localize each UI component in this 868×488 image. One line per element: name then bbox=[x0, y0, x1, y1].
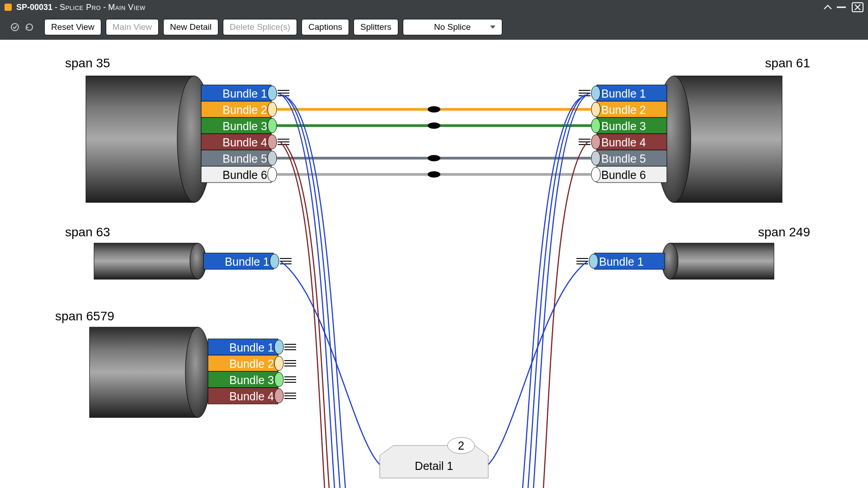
bundle-row[interactable]: Bundle 3 bbox=[591, 117, 667, 134]
svg-text:Bundle 6: Bundle 6 bbox=[222, 169, 267, 181]
svg-point-54 bbox=[591, 167, 600, 182]
svg-point-42 bbox=[591, 118, 600, 133]
approve-icon[interactable] bbox=[10, 22, 20, 32]
bundle-row[interactable]: Bundle 6 bbox=[201, 166, 277, 183]
svg-point-3 bbox=[11, 23, 19, 31]
cable-span-6579[interactable]: Bundle 1 Bundle 2 Bundle 3 Bundle 4 bbox=[90, 327, 296, 418]
svg-text:Bundle 1: Bundle 1 bbox=[601, 87, 646, 100]
bundle-row[interactable]: Bundle 1 bbox=[201, 85, 289, 101]
diagram-canvas[interactable]: span 35 span 61 span 63 span 249 span 65… bbox=[0, 40, 868, 488]
svg-text:Bundle 1: Bundle 1 bbox=[229, 341, 274, 354]
refresh-icon[interactable] bbox=[24, 22, 34, 32]
svg-point-89 bbox=[274, 356, 283, 371]
svg-point-45 bbox=[591, 135, 600, 149]
splice-lines bbox=[277, 106, 591, 178]
bundle-row[interactable]: Bundle 2 bbox=[201, 101, 277, 117]
delete-splice-button: Delete Splice(s) bbox=[223, 19, 297, 35]
view-name: Main View bbox=[108, 3, 146, 12]
svg-point-81 bbox=[185, 327, 211, 418]
svg-text:Bundle 2: Bundle 2 bbox=[601, 103, 646, 116]
titlebar: SP-00031 - Splice Pro - Main View bbox=[0, 0, 868, 14]
bundle-row[interactable]: Bundle 4 bbox=[579, 134, 667, 150]
svg-text:Bundle 3: Bundle 3 bbox=[222, 120, 267, 132]
svg-point-7 bbox=[268, 86, 277, 100]
cable-span-249[interactable]: Bundle 1 bbox=[576, 243, 774, 279]
fiber-curves bbox=[278, 93, 590, 488]
bundle-row[interactable]: Bundle 1 bbox=[579, 85, 667, 101]
svg-point-75 bbox=[589, 254, 598, 268]
svg-point-61 bbox=[428, 155, 440, 161]
svg-rect-64 bbox=[94, 243, 198, 279]
svg-point-57 bbox=[428, 106, 440, 113]
svg-text:Bundle 1: Bundle 1 bbox=[225, 255, 269, 268]
bundle-row[interactable]: Bundle 5 bbox=[591, 150, 667, 166]
svg-text:Bundle 2: Bundle 2 bbox=[229, 357, 274, 370]
svg-rect-72 bbox=[670, 243, 774, 279]
app-name: Splice Pro bbox=[60, 3, 101, 12]
svg-point-83 bbox=[274, 340, 283, 354]
splice-mode-value: No Splice bbox=[434, 22, 471, 32]
svg-point-25 bbox=[268, 151, 277, 165]
bundle-row[interactable]: Bundle 4 bbox=[201, 134, 289, 150]
bundle-row[interactable]: Bundle 6 bbox=[591, 166, 667, 183]
svg-text:Bundle 5: Bundle 5 bbox=[222, 152, 267, 165]
new-detail-button[interactable]: New Detail bbox=[163, 19, 218, 35]
svg-point-59 bbox=[428, 122, 440, 129]
main-view-button: Main View bbox=[106, 19, 159, 35]
splice-mode-dropdown[interactable]: No Splice bbox=[403, 19, 502, 35]
svg-point-19 bbox=[268, 135, 277, 149]
document-id: SP-00031 bbox=[16, 3, 52, 12]
detail-count: 2 bbox=[458, 439, 464, 452]
svg-point-95 bbox=[274, 372, 283, 387]
svg-point-16 bbox=[268, 118, 277, 133]
bundle-row[interactable]: Bundle 3 bbox=[201, 117, 277, 134]
detail-name: Detail 1 bbox=[415, 460, 453, 472]
svg-point-39 bbox=[591, 102, 600, 117]
svg-point-13 bbox=[268, 102, 277, 117]
svg-text:Bundle 5: Bundle 5 bbox=[601, 152, 646, 165]
toolbar: Reset View Main View New Detail Delete S… bbox=[0, 14, 868, 40]
svg-text:Bundle 2: Bundle 2 bbox=[222, 103, 267, 116]
cable-span-63[interactable]: Bundle 1 bbox=[94, 243, 292, 279]
splitters-button[interactable]: Splitters bbox=[354, 19, 398, 35]
svg-text:Bundle 1: Bundle 1 bbox=[222, 87, 267, 100]
svg-text:Bundle 1: Bundle 1 bbox=[599, 255, 644, 268]
svg-text:Bundle 3: Bundle 3 bbox=[229, 374, 274, 386]
reset-view-button[interactable]: Reset View bbox=[44, 19, 101, 35]
svg-point-63 bbox=[428, 171, 440, 178]
bundle-row[interactable]: Bundle 2 bbox=[591, 101, 667, 117]
svg-text:Bundle 4: Bundle 4 bbox=[601, 136, 646, 149]
svg-point-67 bbox=[270, 254, 279, 268]
svg-text:Bundle 3: Bundle 3 bbox=[601, 120, 646, 132]
svg-point-101 bbox=[274, 389, 283, 403]
captions-button[interactable]: Captions bbox=[302, 19, 349, 35]
minimize-icon[interactable] bbox=[835, 2, 848, 13]
collapse-icon[interactable] bbox=[821, 2, 835, 13]
svg-rect-80 bbox=[90, 327, 198, 418]
close-icon[interactable] bbox=[852, 2, 863, 12]
svg-point-51 bbox=[591, 151, 600, 165]
svg-text:Bundle 4: Bundle 4 bbox=[222, 136, 267, 149]
svg-text:Bundle 4: Bundle 4 bbox=[229, 390, 274, 403]
cable-span-61[interactable]: Bundle 1 Bundle 2 Bundle 3 Bundle 4 Bund… bbox=[579, 76, 782, 202]
svg-text:Bundle 6: Bundle 6 bbox=[601, 169, 646, 181]
bundle-row[interactable]: Bundle 5 bbox=[201, 150, 277, 166]
svg-point-33 bbox=[591, 86, 600, 100]
detail-box[interactable]: 2 Detail 1 bbox=[380, 437, 488, 478]
app-logo-icon bbox=[5, 4, 12, 11]
diagram-svg: Bundle 1 Bundle 2 Bundle 3 Bundle 4 Bund… bbox=[0, 40, 868, 488]
cable-span-35[interactable]: Bundle 1 Bundle 2 Bundle 3 Bundle 4 Bund… bbox=[86, 76, 289, 202]
svg-point-28 bbox=[268, 167, 277, 182]
